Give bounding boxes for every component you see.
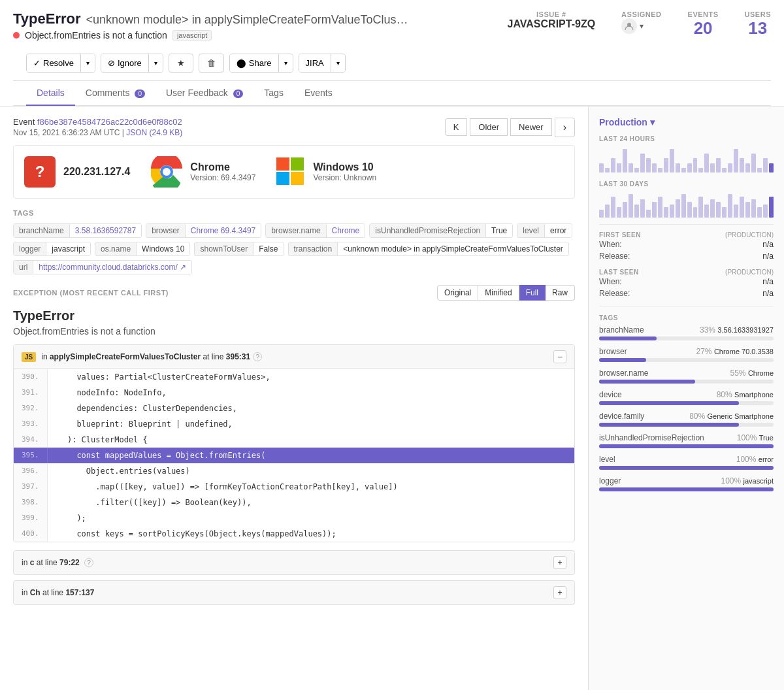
share-button[interactable]: ⬤ Share	[230, 54, 278, 72]
meta-issue: ISSUE # JAVASCRIPT-9ZQ	[508, 10, 596, 30]
frame-c-label: in c at line 79:22	[22, 558, 80, 567]
tag-stat-isUnhandledPromiseRejection: isUnhandledPromiseRejection 100% True	[599, 433, 774, 448]
event-info: Event f86be387e4584726ac22c0d6e0f88c02 N…	[13, 117, 182, 137]
tab-details[interactable]: Details	[26, 81, 75, 106]
tag-browser-name[interactable]: browser.name Chrome	[265, 223, 365, 238]
frame-header-left: JS in applySimpleCreateFormValuesToClust…	[22, 352, 262, 362]
exc-btn-minified[interactable]: Minified	[478, 285, 519, 301]
frame-location: in applySimpleCreateFormValuesToCluster …	[41, 352, 250, 361]
error-dot	[13, 32, 20, 39]
ignore-button[interactable]: ⊘ Ignore	[101, 54, 148, 72]
tag-shown[interactable]: shownToUser False	[194, 242, 284, 256]
tag-stats-list: branchName 33% 3.56.1633931927 browser 2…	[599, 325, 774, 491]
nav-last-button[interactable]: ›	[555, 118, 575, 137]
tab-comments[interactable]: Comments 0	[75, 81, 155, 106]
code-line-399: 399. );	[14, 510, 574, 526]
frame-ch-label: in Ch at line 157:137	[22, 588, 94, 597]
tag-stat-name: device	[599, 390, 622, 399]
tag-stat-name: branchName	[599, 325, 644, 335]
tab-tags[interactable]: Tags	[253, 81, 294, 106]
tag-logger[interactable]: logger javascript	[13, 242, 91, 256]
info-icon[interactable]: ?	[253, 352, 262, 361]
tag-url[interactable]: url https://community.cloud.databricks.c…	[13, 260, 192, 274]
tag-level[interactable]: level error	[517, 223, 572, 238]
collapsed-frame-ch[interactable]: in Ch at line 157:137 +	[13, 580, 575, 605]
tag-stat-name: device.family	[599, 412, 644, 421]
code-line-393: 393. blueprint: Blueprint | undefined,	[14, 416, 574, 432]
delete-button[interactable]: 🗑	[199, 54, 224, 73]
tag-bar-fill	[599, 337, 657, 340]
nav-older-button[interactable]: Older	[470, 118, 508, 136]
tag-stat-value: Chrome	[748, 369, 774, 377]
exception-view-buttons: Original Minified Full Raw	[437, 285, 575, 301]
line-code: values: Partial<ClusterCreateFormValues>…	[48, 369, 575, 385]
json-link[interactable]: JSON (24.9 KB)	[126, 128, 182, 137]
tag-stat-percent: 80%	[689, 412, 705, 421]
first-seen-label: FIRST SEEN	[599, 231, 641, 238]
code-line-394: 394. ): ClusterModel {	[14, 432, 574, 448]
tag-os-name[interactable]: os.name Windows 10	[95, 242, 190, 256]
assigned-avatar[interactable]: ▾	[621, 18, 661, 34]
tag-bar-fill	[599, 380, 695, 384]
exc-btn-raw[interactable]: Raw	[546, 285, 575, 301]
collapsed-frame-c[interactable]: in c at line 79:22 ? +	[13, 550, 575, 575]
resolve-button[interactable]: ✓ Resolve	[27, 54, 80, 72]
tag-key: logger	[14, 242, 46, 255]
exception-header: EXCEPTION (most recent call first) Origi…	[13, 285, 575, 301]
exc-btn-original[interactable]: Original	[437, 285, 478, 301]
event-id-link[interactable]: f86be387e4584726ac22c0d6e0f88c02	[37, 117, 182, 127]
exc-btn-full[interactable]: Full	[519, 285, 546, 301]
last-seen-row: LAST SEEN (PRODUCTION)	[599, 269, 774, 276]
browser-version: Version: 69.4.3497	[190, 173, 255, 182]
when-label: When:	[599, 277, 622, 286]
tags-grid: branchName 3.58.1636592787 browser Chrom…	[13, 223, 575, 274]
code-body: 390. values: Partial<ClusterCreateFormVa…	[14, 369, 574, 542]
tag-branchName[interactable]: branchName 3.58.1636592787	[13, 223, 142, 238]
header-top: TypeError <unknown module> in applySimpl…	[13, 10, 771, 41]
error-message: Object.fromEntries is not a function	[25, 30, 167, 41]
line-number: 399.	[14, 510, 48, 526]
tag-browser[interactable]: browser Chrome 69.4.3497	[146, 223, 261, 238]
tag-value: <unknown module> in applySimpleCreateFor…	[338, 242, 568, 255]
tag-stat-branchName: branchName 33% 3.56.1633931927	[599, 325, 774, 340]
ignore-split-button[interactable]: ⊘ Ignore ▾	[101, 54, 163, 73]
ip-address: 220.231.127.4	[63, 166, 130, 178]
frame-language-badge: JS	[22, 352, 36, 362]
tag-stat-name: browser.name	[599, 369, 648, 378]
nav-newer-button[interactable]: Newer	[510, 118, 552, 136]
jira-button[interactable]: JIRA	[299, 54, 331, 72]
share-dropdown-button[interactable]: ▾	[278, 54, 293, 72]
os-name: Windows 10	[313, 161, 376, 173]
exception-error-name: TypeError	[13, 308, 575, 323]
tab-events[interactable]: Events	[294, 81, 343, 106]
tag-stat-value: javascript	[743, 477, 774, 485]
tag-stat-info: 100% error	[736, 455, 774, 464]
share-split-button[interactable]: ⬤ Share ▾	[229, 54, 293, 73]
bookmark-button[interactable]: ★	[169, 54, 193, 73]
frame-minimize-button[interactable]: −	[553, 350, 566, 363]
event-date: Nov 15, 2021 6:36:23 AM UTC | JSON (24.9…	[13, 128, 182, 137]
environment-selector[interactable]: Production ▾	[599, 117, 774, 127]
tag-stat-value: Generic Smartphone	[708, 412, 774, 420]
exception-error-desc: Object.fromEntries is not a function	[13, 326, 575, 337]
star-icon: ★	[177, 58, 185, 68]
device-row: ? 220.231.127.4	[13, 145, 575, 199]
info-icon[interactable]: ?	[84, 558, 93, 567]
tag-transaction[interactable]: transaction <unknown module> in applySim…	[288, 242, 569, 256]
tab-user-feedback[interactable]: User Feedback 0	[155, 81, 253, 106]
event-id-row: Event f86be387e4584726ac22c0d6e0f88c02	[13, 117, 182, 127]
nav-first-button[interactable]: K	[445, 118, 468, 136]
tag-stat-name: browser	[599, 347, 627, 356]
last-when-value: n/a	[762, 277, 774, 286]
resolve-dropdown-button[interactable]: ▾	[80, 54, 95, 72]
ignore-dropdown-button[interactable]: ▾	[148, 54, 163, 72]
jira-dropdown-button[interactable]: ▾	[331, 54, 345, 72]
event-date-text: Nov 15, 2021 6:36:23 AM UTC	[13, 128, 120, 137]
resolve-split-button[interactable]: ✓ Resolve ▾	[26, 54, 95, 73]
tag-unhandled[interactable]: isUnhandledPromiseRejection True	[369, 223, 513, 238]
release-value: n/a	[762, 252, 774, 261]
line-number: 392.	[14, 401, 48, 416]
resolve-label: Resolve	[43, 58, 74, 68]
jira-split-button[interactable]: JIRA ▾	[299, 54, 346, 73]
tag-value: Chrome 69.4.3497	[186, 224, 261, 237]
